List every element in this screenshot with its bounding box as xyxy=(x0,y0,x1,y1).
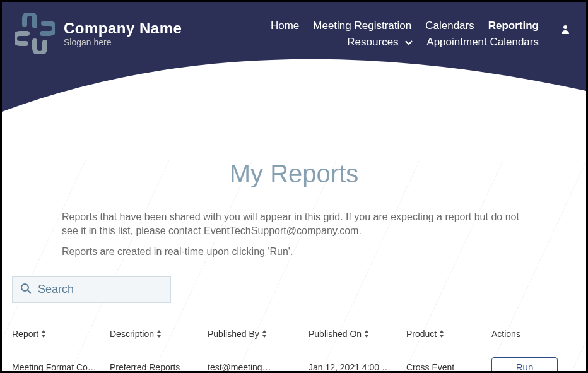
slogan-text: Slogan here xyxy=(64,37,182,47)
page-description-2: Reports are created in real-time upon cl… xyxy=(2,246,586,258)
th-published-by[interactable]: Published By xyxy=(208,329,309,339)
logo-icon xyxy=(15,13,55,54)
company-name: Company Name xyxy=(64,20,182,37)
nav-meeting-registration[interactable]: Meeting Registration xyxy=(313,20,411,32)
nav-resources-label: Resources xyxy=(347,36,398,48)
sort-icon xyxy=(364,330,369,338)
logo-block: Company Name Slogan here xyxy=(15,13,182,54)
page-title: My Reports xyxy=(2,160,586,188)
page-description-1: Reports that have been shared with you w… xyxy=(2,210,586,239)
td-report: Meeting Format Co… xyxy=(12,362,110,372)
content: My Reports Reports that have been shared… xyxy=(2,160,586,373)
th-published-by-label: Published By xyxy=(208,329,259,339)
th-published-on[interactable]: Published On xyxy=(309,329,406,339)
td-published-on: Jan 12, 2021 4:00 … xyxy=(309,362,406,372)
chevron-down-icon xyxy=(405,36,413,49)
nav-reporting[interactable]: Reporting xyxy=(488,20,539,32)
svg-point-1 xyxy=(21,284,28,291)
search-icon xyxy=(20,283,32,297)
table-header: Report Description Published By Publishe… xyxy=(2,321,586,348)
sort-icon xyxy=(41,330,46,338)
nav-divider xyxy=(551,20,551,38)
th-description[interactable]: Description xyxy=(110,329,208,339)
td-actions: Run xyxy=(491,357,567,373)
td-product: Cross Event xyxy=(406,362,491,372)
th-report[interactable]: Report xyxy=(12,329,110,339)
reports-table: Report Description Published By Publishe… xyxy=(2,321,586,373)
th-report-label: Report xyxy=(12,329,38,339)
th-actions-label: Actions xyxy=(491,329,520,339)
svg-line-2 xyxy=(28,290,31,293)
th-product-label: Product xyxy=(406,329,437,339)
th-description-label: Description xyxy=(110,329,154,339)
th-product[interactable]: Product xyxy=(406,329,491,339)
search-input[interactable] xyxy=(38,283,163,296)
svg-point-0 xyxy=(563,25,567,29)
nav-appointment-calendars[interactable]: Appointment Calendars xyxy=(426,36,539,49)
header: Company Name Slogan here Home Meeting Re… xyxy=(2,2,586,112)
sort-icon xyxy=(439,330,444,338)
sort-icon xyxy=(156,330,162,338)
nav-secondary: Resources Appointment Calendars xyxy=(347,36,539,49)
td-description: Preferred Reports xyxy=(110,362,208,372)
sort-icon xyxy=(262,330,267,338)
user-icon[interactable] xyxy=(560,24,570,37)
nav-resources[interactable]: Resources xyxy=(347,36,413,49)
search-box[interactable] xyxy=(12,276,171,303)
th-actions: Actions xyxy=(491,329,567,339)
th-published-on-label: Published On xyxy=(309,329,362,339)
header-curve xyxy=(2,56,586,112)
run-button[interactable]: Run xyxy=(491,357,558,373)
td-published-by: test@meeting… xyxy=(208,362,309,372)
table-row: Meeting Format Co… Preferred Reports tes… xyxy=(2,348,586,373)
nav-home[interactable]: Home xyxy=(271,20,299,32)
nav-primary: Home Meeting Registration Calendars Repo… xyxy=(271,20,539,32)
nav-calendars[interactable]: Calendars xyxy=(425,20,474,32)
